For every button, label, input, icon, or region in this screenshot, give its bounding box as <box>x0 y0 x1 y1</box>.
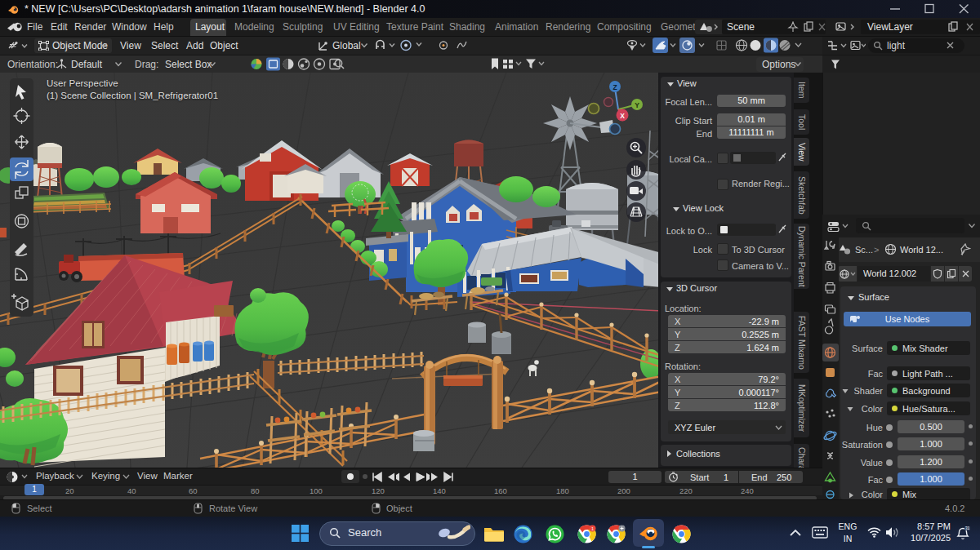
svg-text:Y: Y <box>635 101 639 109</box>
svg-text:31: 31 <box>965 526 970 530</box>
svg-text:X: X <box>620 112 625 120</box>
svg-text:Z: Z <box>612 83 617 91</box>
svg-text:1: 1 <box>591 526 594 531</box>
